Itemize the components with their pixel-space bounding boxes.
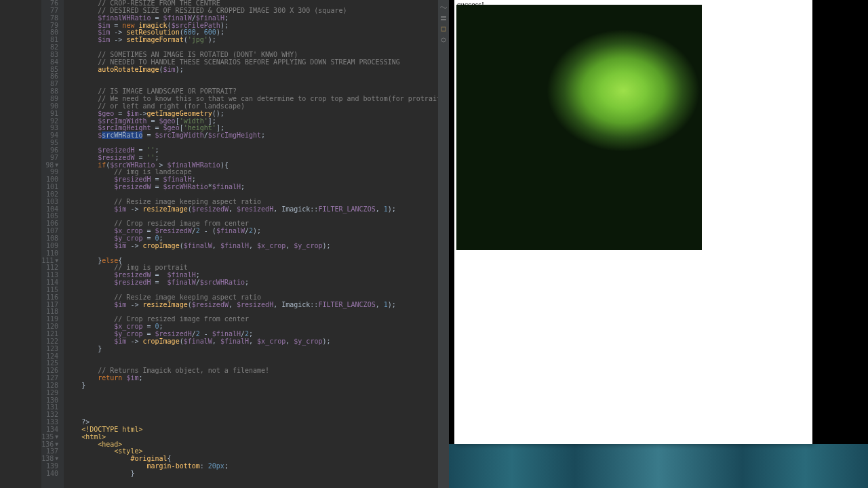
stack-icon (440, 15, 447, 22)
editor-pane: 7677787980818283848586878889909192939495… (0, 0, 449, 488)
line-number: 84 (41, 59, 58, 66)
desktop-background (449, 444, 868, 488)
line-number-gutter[interactable]: 7677787980818283848586878889909192939495… (41, 0, 64, 488)
line-number: 97 (41, 155, 58, 162)
code-line[interactable]: } (65, 470, 449, 478)
code-line[interactable]: autoRotateImage($im); (65, 66, 449, 74)
code-line[interactable]: } (65, 346, 449, 353)
code-line[interactable] (65, 411, 449, 419)
code-line[interactable] (65, 390, 449, 397)
editor-scrollbar[interactable] (438, 0, 449, 488)
code-line[interactable]: $resizedH = $finalW/$srcWHRatio; (65, 279, 449, 287)
left-gap (0, 0, 41, 488)
svg-point-3 (441, 38, 446, 42)
line-number: 103 (41, 199, 58, 206)
code-line[interactable]: $im -> setImageFormat('jpg'); (65, 37, 449, 44)
code-line[interactable]: <!DOCTYPE html> (65, 426, 449, 434)
line-number: 110 (41, 250, 58, 258)
code-line[interactable] (65, 353, 449, 361)
circle-icon (440, 37, 447, 43)
code-line[interactable]: $im -> resizeImage($resizedW, $resizedH,… (65, 302, 449, 309)
code-line[interactable] (65, 404, 449, 411)
svg-rect-0 (441, 16, 446, 18)
line-number: 91 (41, 110, 58, 118)
code-line[interactable] (65, 397, 449, 405)
preview-pane: success! (449, 0, 868, 488)
code-line[interactable]: $im -> cropImage($finalW, $finalH, $x_cr… (65, 338, 449, 346)
line-number: 123 (41, 346, 58, 353)
code-line[interactable]: return $im; (65, 375, 449, 382)
svg-rect-2 (441, 27, 446, 31)
fold-marker-icon[interactable]: ▼ (55, 434, 58, 441)
code-line[interactable]: } (65, 382, 449, 390)
cube-icon (440, 26, 447, 33)
line-number: 129 (41, 390, 58, 397)
line-number: 135▼ (41, 434, 58, 441)
code-line[interactable] (65, 250, 449, 258)
code-line[interactable]: $im -> cropImage($finalW, $finalH, $x_cr… (65, 243, 449, 250)
line-number: 116 (41, 294, 58, 302)
output-image (456, 5, 702, 250)
code-editor[interactable]: // CROP-RESIZE FROM THE CENTRE // DESIRE… (64, 0, 449, 488)
wave-icon (440, 4, 447, 11)
code-line[interactable]: $resizedW = $srcWHRatio*$finalH; (65, 184, 449, 191)
line-number: 78 (41, 15, 58, 22)
line-number: 140 (41, 470, 58, 478)
code-line[interactable]: <html> (65, 434, 449, 441)
svg-rect-1 (441, 19, 446, 20)
code-line[interactable] (65, 73, 449, 81)
app-root: 7677787980818283848586878889909192939495… (0, 0, 868, 488)
code-line[interactable]: $im -> resizeImage($resizedW, $resizedH,… (65, 206, 449, 214)
code-line[interactable]: $srcWHRatio = $srcImgWidth/$srcImgHeight… (65, 132, 449, 140)
browser-output: success! (454, 0, 812, 444)
